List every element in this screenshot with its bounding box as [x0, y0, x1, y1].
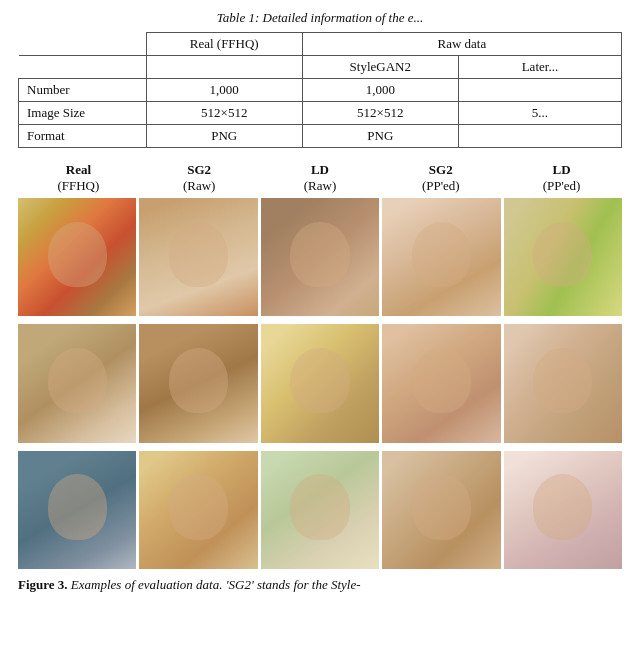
face-r1c2 [139, 198, 257, 316]
col-label-ld-pp: LD(PP'ed) [501, 162, 622, 194]
col-label-sg2-raw: SG2(Raw) [139, 162, 260, 194]
face-r1c4 [382, 198, 500, 316]
face-r2c3 [261, 324, 379, 442]
column-labels: Real(FFHQ) SG2(Raw) LD(Raw) SG2(PP'ed) L… [18, 162, 622, 194]
face-r2c2 [139, 324, 257, 442]
col-sublabel-real: (FFHQ) [18, 178, 139, 194]
image-grid-row3 [18, 451, 622, 569]
face-r1c3 [261, 198, 379, 316]
col-label-real: Real(FFHQ) [18, 162, 139, 194]
figure-label: Figure 3. [18, 577, 68, 592]
row-number-real: 1,000 [146, 79, 302, 102]
row-number-sg2: 1,000 [302, 79, 458, 102]
image-grid-row2 [18, 324, 622, 442]
col-sublabel-sg2-pp: (PP'ed) [380, 178, 501, 194]
face-r2c5 [504, 324, 622, 442]
row-imagesize-real: 512×512 [146, 102, 302, 125]
image-grid-row1 [18, 198, 622, 316]
figure-caption-text: Examples of evaluation data. 'SG2' stand… [71, 577, 361, 592]
face-r3c5 [504, 451, 622, 569]
face-r1c1 [18, 198, 136, 316]
col-label-ld-raw: LD(Raw) [260, 162, 381, 194]
face-r2c1 [18, 324, 136, 442]
col-sublabel-ld-pp: (PP'ed) [501, 178, 622, 194]
row-format-lat [458, 125, 621, 148]
row-format-real: PNG [146, 125, 302, 148]
col-sublabel-sg2-raw: (Raw) [139, 178, 260, 194]
figure-caption: Figure 3. Examples of evaluation data. '… [18, 577, 622, 593]
row-imagesize-sg2: 512×512 [302, 102, 458, 125]
col-sublabel-ld-raw: (Raw) [260, 178, 381, 194]
row-format-sg2: PNG [302, 125, 458, 148]
row-imagesize-lat: 5... [458, 102, 621, 125]
face-r1c5 [504, 198, 622, 316]
face-r3c1 [18, 451, 136, 569]
info-table: Real (FFHQ) Raw data StyleGAN2 Later... … [18, 32, 622, 148]
row-number-lat [458, 79, 621, 102]
row-imagesize-label: Image Size [19, 102, 147, 125]
face-r2c4 [382, 324, 500, 442]
col-label-sg2-pp: SG2(PP'ed) [380, 162, 501, 194]
face-r3c2 [139, 451, 257, 569]
row-format-label: Format [19, 125, 147, 148]
face-r3c4 [382, 451, 500, 569]
row-number-label: Number [19, 79, 147, 102]
face-r3c3 [261, 451, 379, 569]
table-title: Table 1: Detailed information of the e..… [18, 10, 622, 26]
